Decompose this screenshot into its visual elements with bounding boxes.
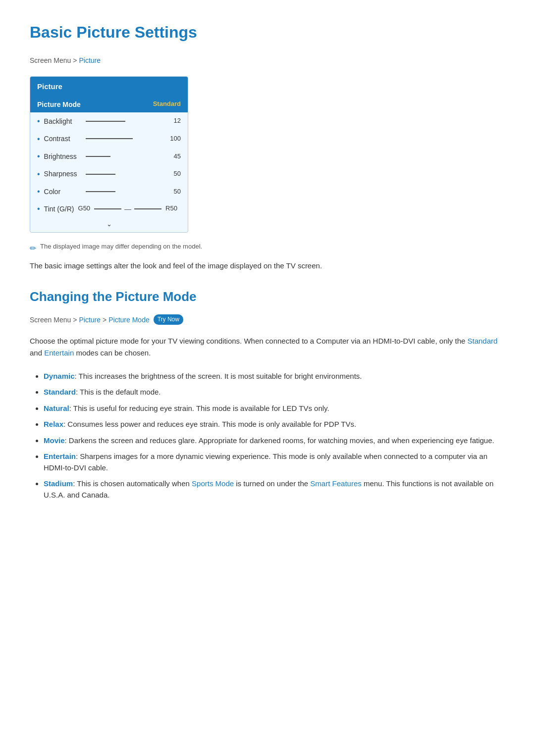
menu-row-sharpness[interactable]: • Sharpness 50 xyxy=(30,165,188,183)
sharpness-value: 50 xyxy=(166,169,181,179)
menu-row-backlight[interactable]: • Backlight 12 xyxy=(30,112,188,130)
breadcrumb2-link-picture[interactable]: Picture xyxy=(79,314,101,325)
bullet-icon: • xyxy=(37,133,40,146)
color-label: Color xyxy=(44,186,82,197)
list-item-natural: Natural: This is useful for reducing eye… xyxy=(44,403,505,414)
tint-label: Tint (G/R) xyxy=(44,203,74,214)
note-text: The displayed image may differ depending… xyxy=(40,242,202,252)
mode-desc-relax: : Consumes less power and reduces eye st… xyxy=(63,420,356,428)
chevron-down: ⌄ xyxy=(30,217,188,233)
mode-name-movie: Movie xyxy=(44,436,65,445)
mode-desc-dynamic: : This increases the brightness of the s… xyxy=(75,372,362,380)
mode-desc-natural: : This is useful for reducing eye strain… xyxy=(69,404,329,412)
mode-desc-movie: : Darkens the screen and reduces glare. … xyxy=(65,436,494,445)
mode-name-standard: Standard xyxy=(44,388,76,396)
bullet-icon: • xyxy=(37,150,40,163)
breadcrumb2-link-picture-mode[interactable]: Picture Mode xyxy=(108,314,149,325)
tint-slider xyxy=(94,208,121,209)
section2-title: Changing the Picture Mode xyxy=(30,287,505,307)
brightness-value: 45 xyxy=(166,151,181,162)
breadcrumb2-screenmenu: Screen Menu xyxy=(30,314,71,325)
menu-row-color[interactable]: • Color 50 xyxy=(30,183,188,201)
menu-header: Picture xyxy=(30,77,188,97)
picture-mode-label: Picture Mode xyxy=(37,99,153,110)
mode-name-entertain: Entertain xyxy=(44,452,76,460)
slider-line xyxy=(86,191,115,192)
breadcrumb-section2: Screen Menu > Picture > Picture Mode Try… xyxy=(30,314,505,325)
sports-mode-link: Sports Mode xyxy=(192,479,234,488)
slider-line xyxy=(86,121,125,122)
menu-row-picture-mode[interactable]: Picture Mode Standard xyxy=(30,97,188,112)
contrast-value: 100 xyxy=(166,134,181,144)
list-item-standard: Standard: This is the default mode. xyxy=(44,387,505,398)
modes-list: Dynamic: This increases the brightness o… xyxy=(30,371,505,501)
intro-link-standard: Standard xyxy=(468,337,498,345)
body-text-basic: The basic image settings alter the look … xyxy=(30,260,505,272)
bullet-icon: • xyxy=(37,168,40,181)
try-now-badge[interactable]: Try Now xyxy=(154,314,183,325)
tint-dash: — xyxy=(124,203,131,214)
bullet-icon: • xyxy=(37,115,40,128)
mode-name-relax: Relax xyxy=(44,420,63,428)
page-title: Basic Picture Settings xyxy=(30,20,505,45)
breadcrumb-link-picture[interactable]: Picture xyxy=(79,55,101,66)
intro-link-entertain: Entertain xyxy=(44,349,74,357)
list-item-entertain: Entertain: Sharpens images for a more dy… xyxy=(44,451,505,473)
menu-row-brightness[interactable]: • Brightness 45 xyxy=(30,148,188,165)
menu-row-tint[interactable]: • Tint (G/R) G50 — R50 xyxy=(30,201,188,217)
picture-mode-value: Standard xyxy=(153,99,181,109)
bullet-icon: • xyxy=(37,185,40,198)
breadcrumb-section1: Screen Menu > Picture xyxy=(30,55,505,66)
color-slider xyxy=(86,191,162,192)
brightness-slider xyxy=(86,156,162,157)
menu-row-contrast[interactable]: • Contrast 100 xyxy=(30,130,188,148)
tint-g50-value: G50 xyxy=(78,203,91,214)
slider-line xyxy=(86,174,115,175)
sharpness-slider xyxy=(86,174,162,175)
tint-r50-value: R50 xyxy=(165,203,177,214)
smart-features-link: Smart Features xyxy=(310,479,361,488)
sharpness-label: Sharpness xyxy=(44,168,82,179)
backlight-value: 12 xyxy=(166,116,181,126)
contrast-label: Contrast xyxy=(44,133,82,144)
list-item-movie: Movie: Darkens the screen and reduces gl… xyxy=(44,435,505,447)
picture-menu-box: Picture Picture Mode Standard • Backligh… xyxy=(30,76,188,233)
mode-name-stadium: Stadium xyxy=(44,479,73,488)
backlight-slider xyxy=(86,121,162,122)
slider-line xyxy=(86,138,133,139)
pencil-icon: ✏ xyxy=(30,242,36,255)
slider-line xyxy=(86,156,110,157)
breadcrumb2-separator1: > xyxy=(73,314,77,325)
tint-slider-right xyxy=(134,208,161,209)
note-section: ✏ The displayed image may differ dependi… xyxy=(30,242,505,255)
list-item-dynamic: Dynamic: This increases the brightness o… xyxy=(44,371,505,382)
mode-desc-entertain: : Sharpens images for a more dynamic vie… xyxy=(44,452,487,472)
mode-name-dynamic: Dynamic xyxy=(44,372,75,380)
backlight-label: Backlight xyxy=(44,116,82,127)
contrast-slider xyxy=(86,138,162,139)
section2-intro: Choose the optimal picture mode for your… xyxy=(30,335,505,359)
bullet-icon: • xyxy=(37,202,40,215)
breadcrumb-separator1: > xyxy=(73,55,77,66)
breadcrumb-screenmenu: Screen Menu xyxy=(30,55,71,66)
mode-desc-standard: : This is the default mode. xyxy=(76,388,160,396)
brightness-label: Brightness xyxy=(44,151,82,162)
mode-name-natural: Natural xyxy=(44,404,69,412)
list-item-relax: Relax: Consumes less power and reduces e… xyxy=(44,419,505,430)
color-value: 50 xyxy=(166,187,181,197)
list-item-stadium: Stadium: This is chosen automatically wh… xyxy=(44,478,505,501)
breadcrumb2-separator2: > xyxy=(103,314,107,325)
